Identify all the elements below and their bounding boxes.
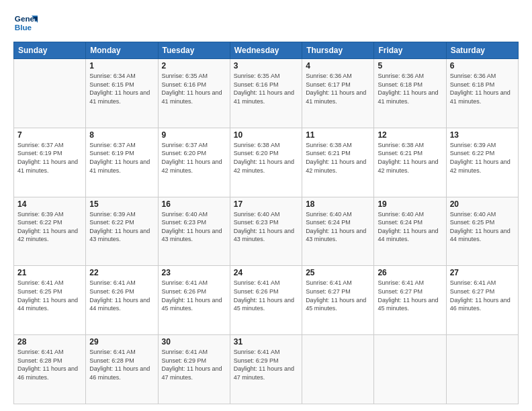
day-info: Sunrise: 6:41 AMSunset: 6:25 PMDaylight:… (17, 279, 82, 312)
day-number: 13 (450, 130, 515, 140)
day-number: 23 (162, 268, 226, 277)
day-info: Sunrise: 6:34 AMSunset: 6:15 PMDaylight:… (89, 72, 154, 105)
day-number: 4 (306, 61, 370, 71)
calendar-cell: 28Sunrise: 6:41 AMSunset: 6:28 PMDayligh… (14, 335, 86, 404)
svg-text:Blue: Blue (15, 23, 32, 32)
day-info: Sunrise: 6:38 AMSunset: 6:21 PMDaylight:… (306, 141, 370, 175)
day-number: 24 (234, 268, 298, 277)
day-number: 17 (234, 199, 298, 209)
weekday-header-sunday: Sunday (14, 42, 86, 59)
week-row-1: 7Sunrise: 6:37 AMSunset: 6:19 PMDaylight… (14, 128, 519, 197)
day-info: Sunrise: 6:41 AMSunset: 6:28 PMDaylight:… (17, 348, 82, 381)
header: General Blue (13, 11, 519, 35)
day-info: Sunrise: 6:40 AMSunset: 6:24 PMDaylight:… (378, 210, 442, 244)
weekday-header-thursday: Thursday (302, 42, 374, 59)
day-number: 25 (306, 268, 370, 277)
calendar-cell: 12Sunrise: 6:38 AMSunset: 6:21 PMDayligh… (374, 128, 446, 197)
day-info: Sunrise: 6:36 AMSunset: 6:18 PMDaylight:… (450, 72, 515, 105)
calendar-cell: 18Sunrise: 6:40 AMSunset: 6:24 PMDayligh… (302, 197, 374, 266)
calendar-table: SundayMondayTuesdayWednesdayThursdayFrid… (13, 42, 519, 404)
day-info: Sunrise: 6:41 AMSunset: 6:26 PMDaylight:… (234, 279, 298, 312)
calendar-cell (446, 335, 518, 404)
day-info: Sunrise: 6:41 AMSunset: 6:27 PMDaylight:… (378, 279, 442, 312)
day-number: 14 (17, 199, 82, 209)
day-number: 21 (17, 268, 82, 277)
week-row-0: 1Sunrise: 6:34 AMSunset: 6:15 PMDaylight… (14, 59, 519, 128)
calendar-cell: 27Sunrise: 6:41 AMSunset: 6:27 PMDayligh… (446, 266, 518, 335)
day-info: Sunrise: 6:41 AMSunset: 6:26 PMDaylight:… (89, 279, 154, 312)
day-info: Sunrise: 6:41 AMSunset: 6:26 PMDaylight:… (162, 279, 226, 312)
calendar-cell: 5Sunrise: 6:36 AMSunset: 6:18 PMDaylight… (374, 59, 446, 128)
day-info: Sunrise: 6:39 AMSunset: 6:22 PMDaylight:… (17, 210, 82, 244)
calendar-cell: 8Sunrise: 6:37 AMSunset: 6:19 PMDaylight… (86, 128, 158, 197)
calendar-cell: 14Sunrise: 6:39 AMSunset: 6:22 PMDayligh… (14, 197, 86, 266)
calendar-cell: 19Sunrise: 6:40 AMSunset: 6:24 PMDayligh… (374, 197, 446, 266)
day-info: Sunrise: 6:35 AMSunset: 6:16 PMDaylight:… (234, 72, 298, 105)
calendar-cell (14, 59, 86, 128)
calendar-cell: 22Sunrise: 6:41 AMSunset: 6:26 PMDayligh… (86, 266, 158, 335)
day-number: 26 (378, 268, 442, 277)
day-number: 6 (450, 61, 515, 71)
calendar-cell: 16Sunrise: 6:40 AMSunset: 6:23 PMDayligh… (158, 197, 230, 266)
day-info: Sunrise: 6:41 AMSunset: 6:28 PMDaylight:… (89, 348, 154, 381)
calendar-cell: 29Sunrise: 6:41 AMSunset: 6:28 PMDayligh… (86, 335, 158, 404)
day-number: 31 (234, 337, 298, 347)
day-number: 3 (234, 61, 298, 71)
day-info: Sunrise: 6:37 AMSunset: 6:19 PMDaylight:… (17, 141, 82, 175)
day-number: 15 (89, 199, 154, 209)
calendar-cell: 30Sunrise: 6:41 AMSunset: 6:29 PMDayligh… (158, 335, 230, 404)
calendar-cell: 1Sunrise: 6:34 AMSunset: 6:15 PMDaylight… (86, 59, 158, 128)
day-number: 28 (17, 337, 82, 347)
weekday-header-tuesday: Tuesday (158, 42, 230, 59)
day-info: Sunrise: 6:36 AMSunset: 6:17 PMDaylight:… (306, 72, 370, 105)
calendar-cell: 13Sunrise: 6:39 AMSunset: 6:22 PMDayligh… (446, 128, 518, 197)
day-number: 10 (234, 130, 298, 140)
week-row-3: 21Sunrise: 6:41 AMSunset: 6:25 PMDayligh… (14, 266, 519, 335)
day-number: 29 (89, 337, 154, 347)
day-number: 27 (450, 268, 515, 277)
calendar-cell: 31Sunrise: 6:41 AMSunset: 6:29 PMDayligh… (230, 335, 302, 404)
day-number: 22 (89, 268, 154, 277)
calendar-cell: 10Sunrise: 6:38 AMSunset: 6:20 PMDayligh… (230, 128, 302, 197)
calendar-cell (374, 335, 446, 404)
calendar-cell: 17Sunrise: 6:40 AMSunset: 6:23 PMDayligh… (230, 197, 302, 266)
day-info: Sunrise: 6:37 AMSunset: 6:20 PMDaylight:… (162, 141, 226, 175)
calendar-cell: 21Sunrise: 6:41 AMSunset: 6:25 PMDayligh… (14, 266, 86, 335)
calendar-cell: 2Sunrise: 6:35 AMSunset: 6:16 PMDaylight… (158, 59, 230, 128)
logo-icon: General Blue (13, 11, 38, 35)
day-number: 16 (162, 199, 226, 209)
calendar-cell: 6Sunrise: 6:36 AMSunset: 6:18 PMDaylight… (446, 59, 518, 128)
day-number: 8 (89, 130, 154, 140)
weekday-header-row: SundayMondayTuesdayWednesdayThursdayFrid… (14, 42, 519, 59)
calendar-cell: 15Sunrise: 6:39 AMSunset: 6:22 PMDayligh… (86, 197, 158, 266)
day-info: Sunrise: 6:37 AMSunset: 6:19 PMDaylight:… (89, 141, 154, 175)
calendar-cell: 7Sunrise: 6:37 AMSunset: 6:19 PMDaylight… (14, 128, 86, 197)
day-info: Sunrise: 6:40 AMSunset: 6:24 PMDaylight:… (306, 210, 370, 244)
calendar-cell: 20Sunrise: 6:40 AMSunset: 6:25 PMDayligh… (446, 197, 518, 266)
day-number: 7 (17, 130, 82, 140)
day-info: Sunrise: 6:35 AMSunset: 6:16 PMDaylight:… (162, 72, 226, 105)
day-number: 18 (306, 199, 370, 209)
calendar-cell (302, 335, 374, 404)
calendar-cell: 23Sunrise: 6:41 AMSunset: 6:26 PMDayligh… (158, 266, 230, 335)
day-number: 30 (162, 337, 226, 347)
calendar-cell: 25Sunrise: 6:41 AMSunset: 6:27 PMDayligh… (302, 266, 374, 335)
day-info: Sunrise: 6:41 AMSunset: 6:27 PMDaylight:… (306, 279, 370, 312)
day-info: Sunrise: 6:36 AMSunset: 6:18 PMDaylight:… (378, 72, 442, 105)
weekday-header-friday: Friday (374, 42, 446, 59)
weekday-header-saturday: Saturday (446, 42, 518, 59)
day-number: 19 (378, 199, 442, 209)
day-info: Sunrise: 6:41 AMSunset: 6:27 PMDaylight:… (450, 279, 515, 312)
week-row-2: 14Sunrise: 6:39 AMSunset: 6:22 PMDayligh… (14, 197, 519, 266)
day-info: Sunrise: 6:38 AMSunset: 6:20 PMDaylight:… (234, 141, 298, 175)
day-number: 2 (162, 61, 226, 71)
day-info: Sunrise: 6:40 AMSunset: 6:25 PMDaylight:… (450, 210, 515, 244)
calendar-cell: 24Sunrise: 6:41 AMSunset: 6:26 PMDayligh… (230, 266, 302, 335)
calendar-cell: 3Sunrise: 6:35 AMSunset: 6:16 PMDaylight… (230, 59, 302, 128)
day-info: Sunrise: 6:38 AMSunset: 6:21 PMDaylight:… (378, 141, 442, 175)
day-info: Sunrise: 6:39 AMSunset: 6:22 PMDaylight:… (89, 210, 154, 244)
weekday-header-monday: Monday (86, 42, 158, 59)
day-info: Sunrise: 6:39 AMSunset: 6:22 PMDaylight:… (450, 141, 515, 175)
day-number: 12 (378, 130, 442, 140)
day-info: Sunrise: 6:40 AMSunset: 6:23 PMDaylight:… (234, 210, 298, 244)
